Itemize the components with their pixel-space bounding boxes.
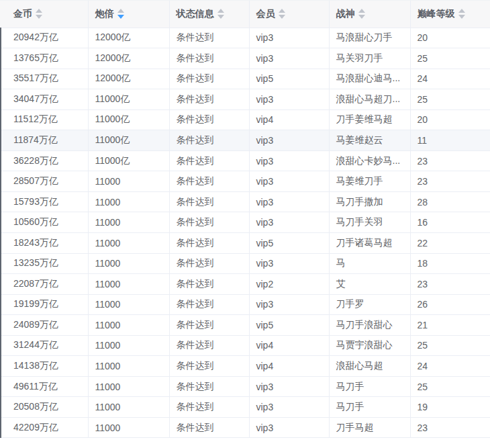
table-row[interactable]: 11512万亿11000亿条件达到vip4刀手姜维马超20 [0,109,490,130]
table-row[interactable]: 11874万亿11000亿条件达到vip3马姜维赵云11 [0,130,490,151]
sort-carets [458,9,465,19]
cell-peak-level: 24 [410,356,490,377]
column-header-gold[interactable]: 金币 [0,1,88,28]
sort-ascending-icon[interactable] [458,9,465,13]
sort-descending-icon[interactable] [358,15,365,19]
table-row[interactable]: 13765万亿12000亿条件达到vip3马关羽刀手25 [0,48,490,69]
column-label: 金币 [13,8,32,19]
column-header-warlord[interactable]: 战神 [329,1,410,28]
cell-vip: vip5 [249,69,329,89]
sort-carets [358,9,365,19]
sort-carets [36,9,42,19]
cell-multiplier: 11000 [88,171,169,192]
cell-vip: vip3 [249,89,329,110]
table-row[interactable]: 19199万亿11000条件达到vip3刀手罗26 [0,294,490,315]
cell-status: 条件达到 [169,417,249,438]
table-row[interactable]: 22087万亿11000条件达到vip2艾23 [0,274,490,295]
table-row[interactable]: 10560万亿11000条件达到vip3马刀手关羽16 [0,212,490,233]
cell-warlord: 马刀手浪甜心 [329,315,410,336]
table-row[interactable]: 20942万亿12000亿条件达到vip3马浪甜心刀手20 [0,28,490,48]
cell-multiplier: 11000 [88,315,169,336]
cell-status: 条件达到 [169,48,249,69]
cell-multiplier: 11000 [88,232,169,253]
table-row[interactable]: 20508万亿11000条件达到vip3马刀手19 [0,397,490,418]
sort-descending-icon[interactable] [217,15,224,19]
data-table: 金币炮倍状态信息会员战神巅峰等级 20942万亿12000亿条件达到vip3马浪… [0,0,490,438]
table-row[interactable]: 36228万亿11000亿条件达到vip3浪甜心卡妙马...23 [0,150,490,171]
cell-warlord: 浪甜心马超 [329,356,410,377]
table-row[interactable]: 35517万亿12000亿条件达到vip5马浪甜心迪马...24 [0,69,490,89]
cell-peak-level: 20 [410,28,490,48]
cell-status: 条件达到 [169,253,249,274]
sort-ascending-icon[interactable] [217,9,224,13]
cell-warlord: 浪甜心马超刀... [329,89,410,110]
table-row[interactable]: 18243万亿11000条件达到vip5刀手诸葛马超22 [0,232,490,253]
cell-warlord: 马 [329,253,410,274]
sort-carets [279,9,285,19]
cell-status: 条件达到 [169,315,249,336]
table-row[interactable]: 15793万亿11000条件达到vip3马刀手撒加28 [0,191,490,212]
cell-vip: vip3 [249,150,329,171]
table-row[interactable]: 42209万亿11000条件达到vip3刀手马超23 [0,417,490,438]
cell-multiplier: 11000 [88,356,169,377]
table-header: 金币炮倍状态信息会员战神巅峰等级 [0,1,490,28]
table-row[interactable]: 28507万亿11000条件达到vip3马姜维刀手23 [0,171,490,192]
cell-warlord: 马浪甜心刀手 [329,28,410,48]
cell-vip: vip3 [249,171,329,192]
cell-status: 条件达到 [169,109,249,130]
cell-vip: vip5 [249,315,329,336]
table-row[interactable]: 13235万亿11000条件达到vip3马18 [0,253,490,274]
sort-descending-icon[interactable] [117,15,124,19]
table-row[interactable]: 49611万亿11000条件达到vip3马刀手25 [0,376,490,397]
cell-peak-level: 20 [410,109,490,130]
cell-multiplier: 11000 [88,191,169,212]
sort-descending-icon[interactable] [458,15,465,19]
cell-peak-level: 25 [410,376,490,397]
sort-ascending-icon[interactable] [279,9,285,13]
cell-peak-level: 18 [410,253,490,274]
cell-multiplier: 11000亿 [88,130,169,151]
cell-status: 条件达到 [169,69,249,89]
table-row[interactable]: 34047万亿11000亿条件达到vip3浪甜心马超刀...25 [0,89,490,110]
sort-ascending-icon[interactable] [358,9,365,13]
cell-vip: vip4 [249,335,329,356]
cell-status: 条件达到 [169,212,249,233]
cell-gold: 18243万亿 [0,232,88,253]
cell-multiplier: 12000亿 [88,28,169,48]
table-row[interactable]: 24089万亿11000条件达到vip5马刀手浪甜心21 [0,315,490,336]
cell-gold: 19199万亿 [0,294,88,315]
cell-peak-level: 22 [410,232,490,253]
players-table: 金币炮倍状态信息会员战神巅峰等级 20942万亿12000亿条件达到vip3马浪… [0,1,490,438]
sort-ascending-icon[interactable] [117,9,124,13]
cell-gold: 10560万亿 [0,212,88,233]
table-row[interactable]: 14138万亿11000条件达到vip4浪甜心马超24 [0,356,490,377]
sort-ascending-icon[interactable] [36,9,42,13]
cell-status: 条件达到 [169,294,249,315]
cell-peak-level: 23 [410,417,490,438]
column-header-status[interactable]: 状态信息 [169,1,249,28]
cell-status: 条件达到 [169,274,249,295]
column-header-vip[interactable]: 会员 [249,1,329,28]
cell-status: 条件达到 [169,335,249,356]
cell-status: 条件达到 [169,232,249,253]
cell-warlord: 马贾宇浪甜心 [329,335,410,356]
sort-descending-icon[interactable] [36,15,42,19]
cell-peak-level: 11 [410,130,490,151]
column-label: 状态信息 [177,8,214,19]
cell-vip: vip2 [249,274,329,295]
cell-warlord: 刀手姜维马超 [329,109,410,130]
cell-multiplier: 11000 [88,417,169,438]
column-header-peak-level[interactable]: 巅峰等级 [410,1,490,28]
column-label: 战神 [336,8,355,19]
cell-gold: 28507万亿 [0,171,88,192]
sort-descending-icon[interactable] [279,15,285,19]
cell-warlord: 艾 [329,274,410,295]
header-row: 金币炮倍状态信息会员战神巅峰等级 [0,1,490,28]
cell-multiplier: 11000亿 [88,150,169,171]
column-header-multiplier[interactable]: 炮倍 [88,1,169,28]
cell-peak-level: 23 [410,274,490,295]
table-row[interactable]: 31244万亿11000条件达到vip4马贾宇浪甜心25 [0,335,490,356]
column-label: 炮倍 [95,8,114,19]
cell-vip: vip4 [249,356,329,377]
cell-warlord: 马刀手关羽 [329,212,410,233]
